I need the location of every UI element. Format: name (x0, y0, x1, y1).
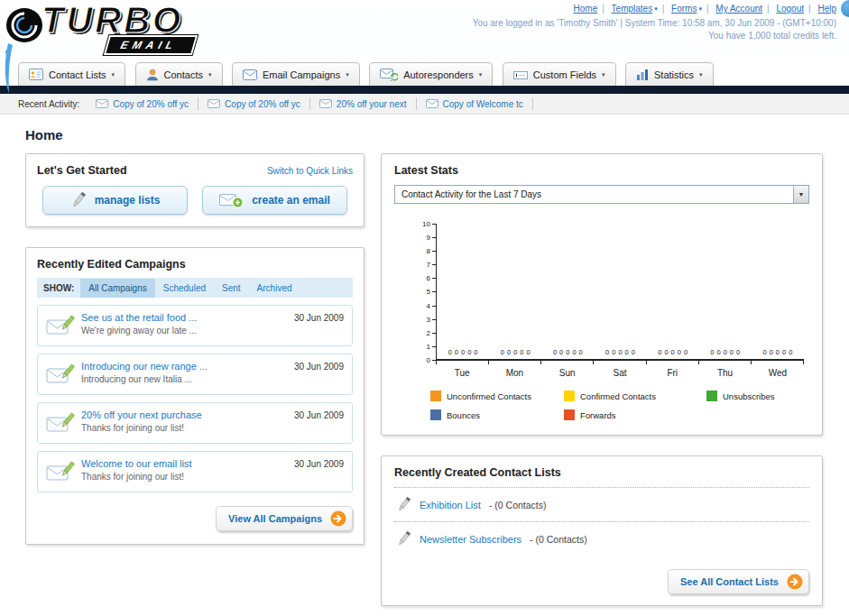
filter-tab-all-campaigns[interactable]: All Campaigns (80, 279, 154, 298)
envelope-refresh-icon (380, 68, 398, 81)
recent-activity-item-label: Copy of 20% off yc (113, 99, 189, 109)
chevron-down-icon: ▾ (698, 5, 702, 13)
envelope-plus-icon (219, 192, 244, 208)
filter-tab-archived[interactable]: Archived (249, 279, 300, 298)
chart-value-label: 0 (448, 348, 452, 356)
chart-x-ticks (436, 361, 804, 364)
show-label: SHOW: (43, 283, 74, 293)
login-info: You are logged in as 'Timothy Smith' | S… (473, 18, 836, 28)
top-link-home[interactable]: Home (574, 4, 598, 14)
stats-period-value: Contact Activity for the Last 7 Days (401, 189, 541, 199)
chart-value-label: 0 (736, 348, 740, 356)
chart-value-label: 0 (513, 348, 517, 356)
nav-tab-contact-lists[interactable]: Contact Lists ▾ (18, 62, 125, 86)
chart-x-label: Tue (436, 368, 488, 378)
contact-list-name-link[interactable]: Newsletter Subscribers (420, 534, 521, 545)
envelope-icon (208, 99, 220, 108)
see-all-contact-lists-button[interactable]: See All Contact Lists (668, 569, 809, 594)
top-link-my-account[interactable]: My Account (715, 4, 762, 14)
stats-period-dropdown[interactable]: Contact Activity for the Last 7 Days ▼ (394, 185, 809, 204)
top-link-templates[interactable]: Templates (612, 4, 653, 14)
campaigns-panel-title: Recently Edited Campaigns (37, 258, 353, 271)
campaign-date: 30 Jun 2009 (294, 313, 344, 323)
x-axis-tick (752, 361, 804, 364)
contact-list-detail: - (0 Contacts) (530, 534, 587, 545)
y-axis-tick: 3 (427, 316, 436, 324)
recent-activity-item[interactable]: Copy of 20% off yc (198, 97, 310, 110)
legend-label: Forwards (580, 410, 616, 420)
top-link-forms[interactable]: Forms (671, 4, 697, 14)
filter-tab-scheduled[interactable]: Scheduled (155, 279, 214, 298)
chart-value-label: 0 (455, 348, 458, 356)
nav-tab-custom-fields[interactable]: Custom Fields ▾ (503, 62, 616, 86)
chart-value-label: 0 (579, 348, 583, 356)
chart-value-group: 00000 (489, 348, 541, 356)
filter-tab-sent[interactable]: Sent (214, 279, 249, 298)
nav-tab-label: Autoresponders (403, 69, 474, 80)
chart-value-label: 0 (605, 348, 609, 356)
chart-x-labels: TueMonSunSatFriThuWed (436, 368, 804, 378)
help-badge-icon[interactable] (841, 0, 849, 17)
envelope-pencil-icon (46, 460, 75, 487)
envelope-icon (319, 99, 332, 108)
bar-chart-icon (636, 69, 649, 80)
campaign-title-link[interactable]: See us at the retail food ... (81, 312, 276, 323)
person-icon (146, 69, 159, 81)
main-content: Home Let's Get Started Switch to Quick L… (0, 115, 849, 616)
top-link-logout[interactable]: Logout (776, 4, 804, 14)
recent-activity-item[interactable]: Copy of Welcome tc (417, 97, 533, 110)
latest-stats-panel: Latest Stats Contact Activity for the La… (381, 153, 823, 436)
top-link-help[interactable]: Help (817, 4, 836, 14)
y-axis-tick: 10 (422, 220, 436, 228)
legend-item: Unsubscribes (706, 391, 807, 401)
recent-activity-item[interactable]: Copy of 20% off yc (87, 97, 198, 110)
chevron-down-icon: ▾ (654, 5, 658, 13)
y-axis-tick: 1 (427, 343, 436, 351)
chart-value-label: 0 (474, 348, 477, 356)
contact-list-name-link[interactable]: Exhibition List (420, 500, 481, 510)
chart-value-label: 0 (526, 348, 530, 356)
nav-tab-label: Statistics (654, 69, 694, 80)
chart-value-group: 00000 (647, 348, 699, 356)
y-axis-tick: 9 (427, 234, 436, 242)
envelope-icon (243, 69, 257, 80)
y-axis-tick: 5 (427, 288, 436, 296)
legend-item: Unconfirmed Contacts (430, 391, 564, 401)
manage-lists-button[interactable]: manage lists (42, 186, 188, 215)
header: TURBO EMAIL Home Templates▾ Forms▾ My Ac… (0, 0, 849, 56)
recent-activity-item[interactable]: 20% off your next (310, 97, 417, 110)
create-email-button[interactable]: create an email (202, 186, 347, 215)
chart-x-label: Sat (594, 368, 646, 378)
chart-plot: 00000000000000000000000000000000000 (436, 224, 804, 361)
chart-value-group: 00000 (541, 348, 594, 356)
campaign-list-item: Welcome to our email list Thanks for joi… (37, 451, 353, 492)
contact-list-items: Exhibition List - (0 Contacts) Newslette… (394, 488, 809, 556)
switch-to-quick-links-link[interactable]: Switch to Quick Links (267, 166, 353, 176)
contact-list-detail: - (0 Contacts) (489, 500, 547, 510)
campaign-title-link[interactable]: 20% off your next purchase (81, 409, 276, 420)
envelope-pencil-icon (46, 411, 75, 438)
legend-label: Unconfirmed Contacts (447, 391, 531, 401)
legend-swatch (430, 409, 441, 420)
chart-value-label: 0 (782, 348, 786, 356)
logo-swoosh-icon (5, 6, 45, 44)
envelope-pencil-icon (46, 363, 75, 390)
view-all-campaigns-button[interactable]: View All Campaigns (216, 506, 353, 531)
legend-item: Forwards (564, 409, 706, 420)
nav-tab-email-campaigns[interactable]: Email Campaigns ▾ (232, 62, 360, 86)
campaign-title-link[interactable]: Welcome to our email list (81, 458, 276, 469)
chart-value-label: 0 (664, 348, 668, 356)
y-axis-tick: 7 (427, 261, 436, 269)
contact-card-icon (29, 69, 43, 80)
chart-value-group: 00000 (437, 348, 489, 356)
x-axis-tick (541, 361, 594, 364)
nav-tab-contacts[interactable]: Contacts ▾ (135, 62, 223, 86)
chart-value-label: 0 (520, 348, 523, 356)
campaign-title-link[interactable]: Introducing our new range ... (81, 361, 276, 372)
chart-value-label: 0 (730, 348, 734, 356)
nav-tab-autoresponders[interactable]: Autoresponders ▾ (369, 62, 493, 86)
campaign-date: 30 Jun 2009 (294, 410, 344, 420)
nav-tab-statistics[interactable]: Statistics ▾ (625, 62, 714, 86)
chevron-down-icon: ▾ (112, 71, 115, 78)
turbo-email-dashboard: TURBO EMAIL Home Templates▾ Forms▾ My Ac… (0, 0, 849, 616)
